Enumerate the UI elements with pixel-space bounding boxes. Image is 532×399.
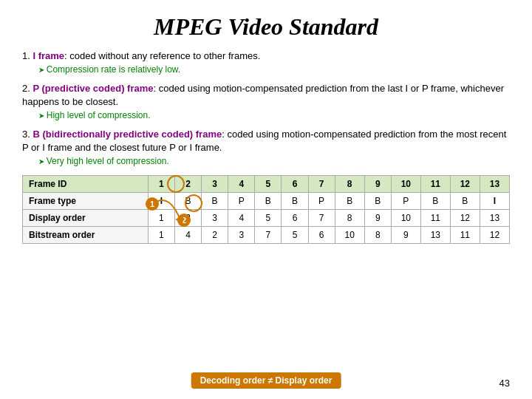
ft-9: B	[364, 192, 391, 209]
do-8: 8	[335, 209, 364, 226]
section-1: 1. I frame: coded without any reference …	[22, 50, 510, 76]
bo-11: 13	[420, 226, 450, 243]
header-col-11: 11	[420, 175, 450, 192]
bo-7: 6	[308, 226, 335, 243]
bo-5: 7	[255, 226, 282, 243]
ft-11: B	[420, 192, 450, 209]
table-header-row: Frame ID 1 2 3 4 5 6 7 8 9 10 11 12 13	[23, 175, 510, 192]
section-3-label: B (bidirectionally predictive coded) fra…	[33, 129, 222, 140]
do-11: 11	[420, 209, 450, 226]
display-order-row: Display order 1 2 3 4 5 6 7 8 9 10 11 12…	[23, 209, 510, 226]
frame-table-container: Frame ID 1 2 3 4 5 6 7 8 9 10 11 12 13 F…	[22, 175, 510, 244]
section-3-prefix: 3.	[22, 129, 33, 140]
header-col-12: 12	[450, 175, 480, 192]
section-1-label: I frame	[33, 50, 64, 61]
section-1-bullet: Compression rate is relatively low.	[38, 64, 510, 76]
ft-5: B	[255, 192, 282, 209]
do-13: 13	[480, 209, 509, 226]
bo-10: 9	[391, 226, 420, 243]
section-3-heading: 3. B (bidirectionally predictive coded) …	[22, 128, 510, 154]
bitstream-order-row: Bitstream order 1 4 2 3 7 5 6 10 8 9 13 …	[23, 226, 510, 243]
ft-4: P	[228, 192, 255, 209]
do-9: 9	[364, 209, 391, 226]
circle-annotation-2	[185, 194, 202, 212]
header-col-8: 8	[335, 175, 364, 192]
circle-annotation-1	[167, 175, 185, 193]
display-order-label: Display order	[23, 209, 149, 226]
bo-3: 2	[202, 226, 228, 243]
bo-1: 1	[148, 226, 174, 243]
header-col-9: 9	[364, 175, 391, 192]
header-col-4: 4	[228, 175, 255, 192]
bo-2: 4	[174, 226, 201, 243]
page-number: 43	[499, 378, 510, 389]
section-2-prefix: 2.	[22, 83, 33, 94]
ft-8: B	[335, 192, 364, 209]
header-col-5: 5	[255, 175, 282, 192]
section-2-heading: 2. P (predictive coded) frame: coded usi…	[22, 82, 510, 109]
section-2: 2. P (predictive coded) frame: coded usi…	[22, 82, 510, 122]
do-6: 6	[282, 209, 308, 226]
bottom-badge: Decoding order ≠ Display order	[191, 372, 341, 389]
do-3: 3	[202, 209, 228, 226]
do-4: 4	[228, 209, 255, 226]
bo-8: 10	[335, 226, 364, 243]
frame-type-row: Frame type I B B P B B P B B P B B I	[23, 192, 510, 209]
header-col-10: 10	[391, 175, 420, 192]
bo-4: 3	[228, 226, 255, 243]
section-1-heading: 1. I frame: coded without any reference …	[22, 50, 510, 63]
section-3-bullet: Very high level of compression.	[38, 156, 510, 168]
header-col-6: 6	[282, 175, 308, 192]
bo-13: 12	[480, 226, 509, 243]
header-col-7: 7	[308, 175, 335, 192]
section-3: 3. B (bidirectionally predictive coded) …	[22, 128, 510, 168]
frame-type-label: Frame type	[23, 192, 149, 209]
badge-1: 1	[146, 197, 159, 211]
ft-6: B	[282, 192, 308, 209]
frame-table: Frame ID 1 2 3 4 5 6 7 8 9 10 11 12 13 F…	[22, 175, 510, 244]
do-10: 10	[391, 209, 420, 226]
do-12: 12	[450, 209, 480, 226]
do-5: 5	[255, 209, 282, 226]
header-col-3: 3	[202, 175, 228, 192]
ft-12: B	[450, 192, 480, 209]
slide: MPEG Video Standard 1. I frame: coded wi…	[0, 0, 532, 399]
bo-6: 5	[282, 226, 308, 243]
bitstream-order-label: Bitstream order	[23, 226, 149, 243]
ft-7: P	[308, 192, 335, 209]
section-2-label: P (predictive coded) frame	[33, 83, 153, 94]
do-7: 7	[308, 209, 335, 226]
header-col-0: Frame ID	[23, 175, 149, 192]
badge-2: 2	[177, 214, 191, 227]
section-2-bullet: High level of compression.	[38, 110, 510, 122]
bo-9: 8	[364, 226, 391, 243]
slide-title: MPEG Video Standard	[22, 13, 510, 41]
ft-10: P	[391, 192, 420, 209]
section-1-text: : coded without any reference to other f…	[64, 50, 260, 61]
bo-12: 11	[450, 226, 480, 243]
header-col-13: 13	[480, 175, 509, 192]
do-1: 1	[148, 209, 174, 226]
ft-3: B	[202, 192, 228, 209]
ft-13: I	[480, 192, 509, 209]
section-1-prefix: 1.	[22, 50, 33, 61]
